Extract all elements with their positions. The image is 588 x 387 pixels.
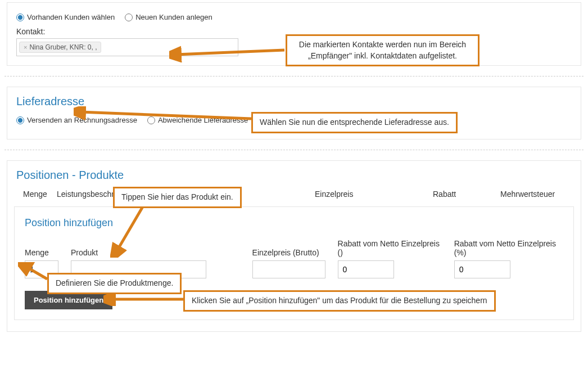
einzelpreis-input[interactable] — [252, 260, 325, 278]
callout-contacts-line2: „Empfänger" inkl. Kontaktdaten aufgelist… — [294, 51, 471, 62]
customer-radio-row: Vorhanden Kunden wählen Neuen Kunden anl… — [16, 13, 572, 21]
delivery-title: Lieferadresse — [16, 95, 572, 108]
delivery-panel: Lieferadresse Versenden an Rechnungsadre… — [7, 87, 581, 140]
callout-qty: Definieren Sie die Produktmenge. — [47, 273, 182, 294]
positions-table-header: Menge Leistungsbeschreibung Einzelpreis … — [14, 190, 574, 203]
radio-billing-input[interactable] — [16, 116, 24, 124]
produkt-label: Produkt — [71, 248, 206, 257]
radio-existing-input[interactable] — [16, 14, 24, 21]
th-mwst: Mehrwertsteuer — [500, 190, 565, 203]
ep-label: Einzelpreis (Brutto) — [252, 248, 325, 257]
th-rabatt: Rabatt — [433, 190, 500, 203]
recipient-panel: Vorhanden Kunden wählen Neuen Kunden anl… — [7, 2, 581, 66]
radio-new-input[interactable] — [125, 14, 133, 21]
rabatt-input[interactable] — [338, 260, 394, 278]
radio-other-label: Abweichende Lieferadresse — [158, 116, 248, 124]
th-einzelpreis: Einzelpreis — [315, 190, 433, 203]
callout-product-text: Tippen Sie hier das Produkt ein. — [121, 192, 233, 201]
radio-existing-customer[interactable]: Vorhanden Kunden wählen — [16, 13, 115, 21]
radio-other-input[interactable] — [147, 116, 155, 124]
radio-existing-label: Vorhanden Kunden wählen — [27, 13, 115, 21]
menge-label: Menge — [25, 248, 58, 257]
arrow-icon — [103, 292, 186, 306]
callout-delivery: Wählen Sie nun die entsprechende Liefera… — [251, 112, 458, 133]
radio-billing-label: Versenden an Rechnungsadresse — [27, 116, 137, 124]
callout-qty-text: Definieren Sie die Produktmenge. — [56, 278, 173, 287]
separator — [4, 76, 584, 76]
rabatt-pct-label: Rabatt vom Netto Einzelpreis (%) — [454, 239, 563, 257]
callout-add-btn-text: Klicken Sie auf „Position hinzufügen" um… — [192, 296, 487, 305]
radio-new-label: Neuen Kunden anlegen — [135, 13, 212, 21]
contact-tag-text: Nina Gruber, KNR: 0, , — [29, 43, 97, 51]
positions-panel: Positionen - Produkte Menge Leistungsbes… — [7, 160, 581, 332]
callout-add-btn: Klicken Sie auf „Position hinzufügen" um… — [183, 290, 496, 312]
separator — [4, 150, 584, 150]
th-menge: Menge — [23, 190, 57, 203]
col-einzelpreis: Einzelpreis (Brutto) — [252, 248, 325, 278]
col-rabatt: Rabatt vom Netto Einzelpreis () — [338, 239, 442, 278]
callout-contacts-line1: Die markierten Kontakte werden nun im Be… — [294, 39, 471, 51]
col-rabatt-pct: Rabatt vom Netto Einzelpreis (%) — [454, 239, 563, 278]
radio-other-address[interactable]: Abweichende Lieferadresse — [147, 116, 248, 124]
radio-billing-address[interactable]: Versenden an Rechnungsadresse — [16, 116, 137, 124]
add-position-panel: Position hinzufügen Menge Produkt Einzel… — [14, 206, 574, 320]
rabatt-label: Rabatt vom Netto Einzelpreis () — [338, 239, 442, 257]
callout-contacts: Die markierten Kontakte werden nun im Be… — [286, 34, 480, 66]
positions-title: Positionen - Produkte — [7, 169, 581, 182]
callout-product: Tippen Sie hier das Produkt ein. — [113, 187, 242, 208]
callout-delivery-text: Wählen Sie nun die entsprechende Liefera… — [260, 118, 449, 127]
rabatt-pct-input[interactable] — [454, 260, 510, 278]
contact-tag[interactable]: × Nina Gruber, KNR: 0, , — [19, 42, 101, 53]
radio-new-customer[interactable]: Neuen Kunden anlegen — [125, 13, 212, 21]
tag-remove-icon[interactable]: × — [24, 44, 27, 51]
add-position-title: Position hinzufügen — [25, 217, 563, 229]
contact-input[interactable]: × Nina Gruber, KNR: 0, , — [16, 38, 238, 56]
